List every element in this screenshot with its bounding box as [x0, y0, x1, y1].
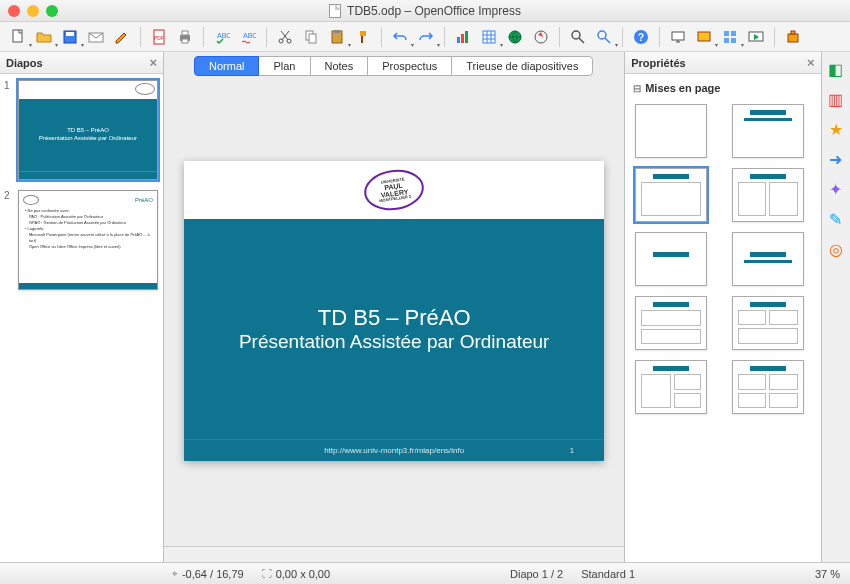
new-doc-button[interactable]: ▾	[6, 25, 30, 49]
presentation-button[interactable]	[666, 25, 690, 49]
slide-number: 2	[4, 190, 14, 290]
tab-normal[interactable]: Normal	[194, 56, 259, 76]
sidebar-animation-icon[interactable]: ✦	[825, 178, 847, 200]
sidebar-favorite-icon[interactable]: ★	[825, 118, 847, 140]
status-template: Standard 1	[581, 568, 635, 580]
slide-canvas[interactable]: UNIVERSITÉ PAUL VALÉRY MONTPELLIER 3 TD …	[164, 76, 624, 546]
thumb2-b2a: Microsoft Powerpoint (terme souvent util…	[25, 232, 151, 244]
zoom-button[interactable]	[566, 25, 590, 49]
slides-list: 1 TD B5 – PréAO Présentation Assistée pa…	[0, 74, 163, 562]
slide-design-button[interactable]: ▾	[692, 25, 716, 49]
sidebar-properties-icon[interactable]: ◧	[825, 58, 847, 80]
export-pdf-button[interactable]: PDF	[147, 25, 171, 49]
tab-prospectus[interactable]: Prospectus	[367, 56, 452, 76]
main-toolbar: ▾ ▾ ▾ PDF ABC ABC ▾ ▾ ▾ ▾ ▾ ? ▾ ▾	[0, 22, 850, 52]
properties-body: Mises en page	[625, 74, 820, 562]
paste-button[interactable]: ▾	[325, 25, 349, 49]
navigator-button[interactable]	[529, 25, 553, 49]
view-tabs: Normal Plan Notes Prospectus Trieuse de …	[164, 52, 624, 76]
layout-4content[interactable]	[732, 360, 804, 414]
slide-thumbnail-1[interactable]: 1 TD B5 – PréAO Présentation Assistée pa…	[4, 80, 159, 180]
svg-rect-21	[483, 31, 495, 43]
properties-panel-title: Propriétés	[631, 57, 685, 69]
sidebar-gallery-icon[interactable]: ▥	[825, 88, 847, 110]
undo-button[interactable]: ▾	[388, 25, 412, 49]
layout-title-2content[interactable]	[732, 168, 804, 222]
university-logo-icon	[23, 195, 39, 205]
status-slide: Diapo 1 / 2	[510, 568, 563, 580]
slide-show-button[interactable]	[744, 25, 768, 49]
horizontal-scrollbar[interactable]	[164, 546, 624, 562]
extension-button[interactable]	[781, 25, 805, 49]
save-button[interactable]: ▾	[58, 25, 82, 49]
cut-button[interactable]	[273, 25, 297, 49]
current-slide: UNIVERSITÉ PAUL VALÉRY MONTPELLIER 3 TD …	[184, 161, 604, 461]
layouts-grid	[633, 98, 812, 420]
grid-button[interactable]: ▾	[718, 25, 742, 49]
chart-button[interactable]	[451, 25, 475, 49]
svg-rect-14	[309, 34, 316, 43]
help-button[interactable]: ?	[629, 25, 653, 49]
layout-title-content[interactable]	[635, 168, 707, 222]
svg-rect-8	[182, 39, 188, 43]
status-size: ⛶0,00 x 0,00	[262, 568, 330, 580]
properties-panel-header: Propriétés ×	[625, 52, 820, 74]
thumb2-title: PréAO	[135, 197, 153, 203]
redo-button[interactable]: ▾	[414, 25, 438, 49]
svg-point-25	[598, 31, 606, 39]
layout-blank[interactable]	[635, 104, 707, 158]
sidebar-master-icon[interactable]: ◎	[825, 238, 847, 260]
close-slides-panel-button[interactable]: ×	[150, 55, 158, 70]
copy-button[interactable]	[299, 25, 323, 49]
mail-button[interactable]	[84, 25, 108, 49]
layouts-section-header[interactable]: Mises en page	[633, 78, 812, 98]
layout-2x2[interactable]	[732, 296, 804, 350]
find-button[interactable]: ▾	[592, 25, 616, 49]
titlebar: TDB5.odp – OpenOffice Impress	[0, 0, 850, 22]
slide-header: UNIVERSITÉ PAUL VALÉRY MONTPELLIER 3	[184, 161, 604, 219]
svg-rect-32	[724, 38, 729, 43]
svg-text:ABC: ABC	[217, 32, 230, 39]
table-button[interactable]: ▾	[477, 25, 501, 49]
thumb-title: TD B5 – PréAO	[67, 127, 109, 135]
properties-panel: Propriétés × Mises en page	[625, 52, 820, 562]
open-button[interactable]: ▾	[32, 25, 56, 49]
layout-2row[interactable]	[635, 296, 707, 350]
sidebar-styles-icon[interactable]: ✎	[825, 208, 847, 230]
layouts-title: Mises en page	[645, 82, 720, 94]
window-title: TDB5.odp – OpenOffice Impress	[0, 4, 850, 18]
status-zoom[interactable]: 37 %	[815, 568, 840, 580]
slide-number: 1	[4, 80, 14, 180]
svg-point-24	[572, 31, 580, 39]
layout-title[interactable]	[732, 104, 804, 158]
svg-rect-33	[731, 38, 736, 43]
tab-notes[interactable]: Notes	[310, 56, 369, 76]
coords-icon: ⌖	[172, 568, 178, 580]
hyperlink-button[interactable]	[503, 25, 527, 49]
layout-title-only[interactable]	[635, 232, 707, 286]
sidebar-navigator-icon[interactable]: ➜	[825, 148, 847, 170]
autospell-button[interactable]: ABC	[236, 25, 260, 49]
svg-rect-30	[724, 31, 729, 36]
layout-centered[interactable]	[732, 232, 804, 286]
tab-plan[interactable]: Plan	[258, 56, 310, 76]
svg-text:ABC: ABC	[243, 32, 256, 39]
close-properties-panel-button[interactable]: ×	[807, 55, 815, 70]
slide-thumbnail-2[interactable]: 2 PréAO • Ne pas confondre avec: PAO : P…	[4, 190, 159, 290]
spellcheck-button[interactable]: ABC	[210, 25, 234, 49]
slides-panel-title: Diapos	[6, 57, 43, 69]
tab-sorter[interactable]: Trieuse de diapositives	[451, 56, 593, 76]
sidebar-icon-strip: ◧ ▥ ★ ➜ ✦ ✎ ◎	[821, 52, 850, 562]
format-brush-button[interactable]	[351, 25, 375, 49]
slide-footer-text: http://www.univ-montp3.fr/miap/ens/info	[324, 446, 464, 455]
svg-rect-2	[66, 32, 74, 36]
svg-rect-16	[334, 30, 340, 33]
svg-rect-35	[788, 34, 798, 42]
edit-button[interactable]	[110, 25, 134, 49]
svg-rect-29	[698, 32, 710, 41]
slide-page-number: 1	[570, 446, 574, 455]
print-button[interactable]	[173, 25, 197, 49]
layout-l-split[interactable]	[635, 360, 707, 414]
svg-rect-28	[672, 32, 684, 40]
slide-subtitle: Présentation Assistée par Ordinateur	[239, 331, 550, 353]
